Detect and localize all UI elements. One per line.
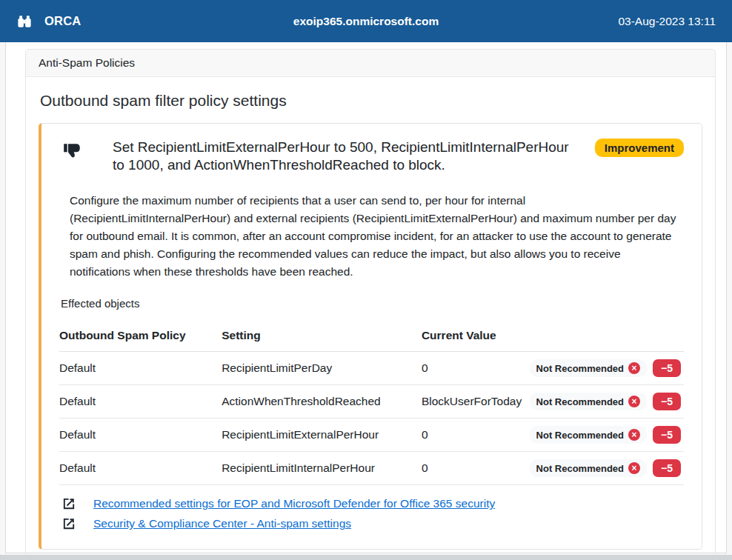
circle-x-icon: × — [628, 429, 640, 441]
status-badge: Not Recommended× — [530, 459, 647, 477]
section-title: Outbound spam filter policy settings — [40, 92, 702, 110]
anti-spam-policies-card: Anti-Spam Policies Outbound spam filter … — [25, 49, 716, 553]
col-header-policy: Outbound Spam Policy — [59, 321, 222, 352]
cell-setting: RecipientLimitInternalPerHour — [222, 452, 422, 485]
col-header-current-value: Current Value — [422, 321, 540, 352]
external-link-icon — [62, 517, 76, 530]
top-navbar: ORCA exoip365.onmicrosoft.com 03-Aug-202… — [0, 0, 732, 42]
link-security-compliance-antispam[interactable]: Security & Compliance Center - Anti-spam… — [93, 517, 351, 530]
cell-value: 0 — [422, 419, 540, 452]
external-link-icon — [62, 497, 76, 510]
status-badge: Not Recommended× — [530, 359, 647, 377]
recommendation-title: Set RecipientLimitExternalPerHour to 500… — [113, 139, 572, 174]
cell-setting: RecipientLimitPerDay — [222, 352, 422, 385]
table-row: Default RecipientLimitPerDay 0 Not Recom… — [59, 352, 684, 385]
page-bottom-edge — [0, 555, 732, 560]
reference-links: Recommended settings for EOP and Microso… — [62, 497, 684, 530]
cell-policy: Default — [59, 352, 222, 385]
col-header-status — [540, 321, 684, 352]
cell-value: 0 — [422, 352, 540, 385]
table-row: Default RecipientLimitInternalPerHour 0 … — [59, 452, 684, 485]
status-badge: Not Recommended× — [530, 393, 647, 410]
cell-value: 0 — [422, 452, 540, 485]
link-eop-recommended-settings[interactable]: Recommended settings for EOP and Microso… — [93, 497, 495, 510]
table-row: Default RecipientLimitExternalPerHour 0 … — [59, 419, 684, 452]
improvement-badge: Improvement — [595, 139, 684, 157]
circle-x-icon: × — [628, 396, 640, 407]
score-badge: −5 — [653, 393, 681, 410]
recommendation-description: Configure the maximum number of recipien… — [70, 192, 684, 281]
score-badge: −5 — [653, 459, 681, 477]
binoculars-icon — [16, 13, 33, 30]
report-datetime: 03-Aug-2023 13:11 — [439, 15, 716, 28]
table-row: Default ActionWhenThresholdReached Block… — [59, 385, 684, 419]
cell-policy: Default — [59, 419, 222, 452]
cell-setting: RecipientLimitExternalPerHour — [222, 419, 422, 452]
app-brand: ORCA — [44, 14, 81, 28]
cell-policy: Default — [59, 452, 222, 485]
status-badge: Not Recommended× — [530, 426, 647, 444]
cell-value: BlockUserForToday — [422, 385, 540, 419]
score-badge: −5 — [653, 359, 681, 377]
report-container: Anti-Spam Policies Outbound spam filter … — [5, 42, 727, 553]
score-badge: −5 — [653, 426, 681, 444]
effected-objects-table: Outbound Spam Policy Setting Current Val… — [59, 321, 684, 485]
card-header: Anti-Spam Policies — [26, 50, 715, 77]
circle-x-icon: × — [628, 362, 640, 374]
col-header-setting: Setting — [222, 321, 422, 352]
circle-x-icon: × — [628, 462, 640, 474]
cell-setting: ActionWhenThresholdReached — [222, 385, 422, 419]
recommendation-card: Set RecipientLimitExternalPerHour to 500… — [39, 123, 702, 550]
tenant-domain: exoip365.onmicrosoft.com — [293, 15, 439, 28]
effected-objects-label: Effected objects — [61, 297, 684, 310]
cell-policy: Default — [59, 385, 222, 419]
thumbs-down-icon — [62, 150, 81, 163]
